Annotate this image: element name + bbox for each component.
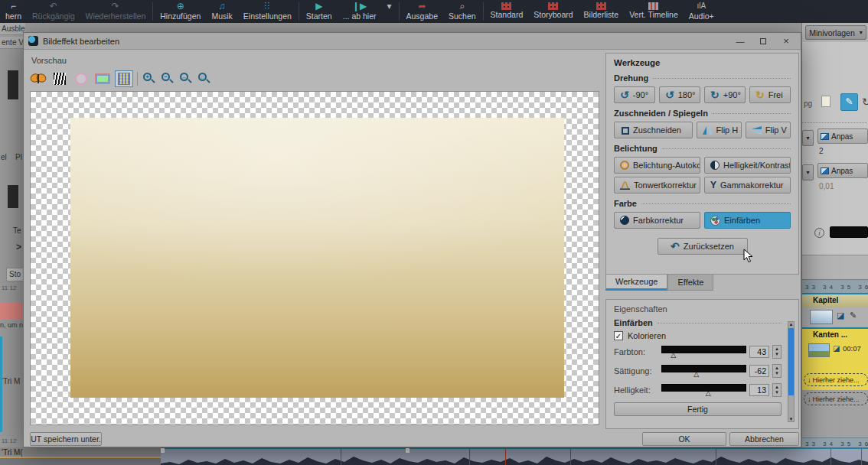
toolbar-item-vert-timeline[interactable]: Vert. Timeline	[624, 0, 684, 20]
preview-grid-button[interactable]	[116, 71, 132, 86]
page-icon[interactable]	[821, 96, 830, 107]
timeline-ruler[interactable]: 33 34 35 36 37	[802, 279, 868, 293]
kolorieren-checkbox[interactable]: ✓	[614, 331, 623, 340]
toolbar-item-storyboard[interactable]: Storyboard	[528, 0, 578, 20]
audio-waveform-track[interactable]	[161, 447, 868, 465]
tab-werkzeuge[interactable]: Werkzeuge	[605, 275, 667, 291]
scroll-down-icon[interactable]: ▼	[788, 417, 794, 421]
hue-spinner[interactable]: ▲▼	[772, 345, 782, 359]
flip-h-button[interactable]: Flip H	[697, 122, 742, 138]
levels-button[interactable]: Tonwertkorrektur	[614, 177, 700, 193]
colorize-button[interactable]: Einfärben	[704, 212, 791, 229]
brightness-contrast-button[interactable]: Helligkeit/Kontrast	[704, 157, 791, 174]
bg-combo-left[interactable]: ▾	[802, 164, 814, 180]
preview-transparency-button[interactable]	[73, 71, 90, 86]
slider-thumb[interactable]: △	[706, 389, 711, 397]
hue-slider[interactable]: △	[661, 346, 746, 359]
scrollbar-thumb[interactable]	[788, 328, 794, 395]
refresh-icon[interactable]: ↻	[862, 96, 868, 108]
preview-canvas[interactable]	[30, 91, 599, 425]
gamma-button[interactable]: YGammakorrektur	[704, 177, 791, 193]
clip-thumbnail[interactable]	[808, 343, 830, 357]
toolbar-item-imagelist[interactable]: Bilderliste	[579, 0, 625, 20]
timeline-clip-red[interactable]	[0, 302, 25, 320]
value-field[interactable]: 0,01	[819, 182, 834, 190]
clip-handle[interactable]	[406, 448, 410, 453]
scroll-up-icon[interactable]: ▲	[788, 322, 794, 327]
save-lut-button[interactable]: LUT speichern unter...	[30, 432, 102, 446]
maximize-button[interactable]	[752, 34, 775, 49]
toolbar-item-standard[interactable]: Standard	[485, 0, 529, 20]
bg-panel-header[interactable]: Ausblen	[0, 23, 25, 35]
cancel-button[interactable]: Abbrechen	[729, 432, 799, 446]
toolbar-item-settings[interactable]: ⫶⫶Einstellungen	[238, 0, 297, 21]
value-field[interactable]: 2	[819, 147, 824, 155]
exposure-auto-button[interactable]: Belichtung-Autokorrektur	[614, 157, 700, 174]
toolbar-item-audio-plus[interactable]: ılAAudio+	[684, 0, 720, 21]
ok-button[interactable]: OK	[642, 432, 726, 446]
toolbar-dropdown-caret[interactable]: ▾	[382, 0, 397, 21]
anpassen-button[interactable]: Anpas	[817, 163, 868, 178]
flip-v-button[interactable]: Flip V	[746, 122, 791, 138]
bg-panel-header[interactable]: ente Vor	[0, 37, 25, 49]
image-adjust-icon[interactable]: ◪	[837, 311, 844, 320]
preview-frame-button[interactable]	[94, 71, 111, 86]
edit-pencil-icon[interactable]: ✎	[850, 311, 857, 320]
minimize-button[interactable]: —	[729, 34, 752, 49]
rotate-free-button[interactable]: ↻Frei	[749, 86, 791, 103]
playhead-handle[interactable]	[161, 448, 165, 453]
zoom-in-button[interactable]: +	[142, 72, 156, 86]
collapse-chevron[interactable]: >	[16, 242, 21, 252]
bg-slider-bar[interactable]	[830, 226, 868, 238]
rotate-minus90-button[interactable]: ↺-90°	[614, 86, 655, 103]
drop-target-pill[interactable]: ↓Hierher ziehe...	[804, 392, 868, 405]
brightness-value[interactable]: 13	[749, 384, 769, 396]
anpassen-button[interactable]: Anpas	[817, 128, 868, 144]
saturation-spinner[interactable]: ▲▼	[772, 364, 782, 378]
zoom-fit-button[interactable]: ↔	[179, 72, 193, 86]
info-icon[interactable]: i	[814, 228, 824, 238]
toolbar-item-music[interactable]: ♫Musik	[206, 0, 237, 21]
clip-thumbnail[interactable]	[810, 310, 833, 324]
chapter-track-header[interactable]: Kapitel	[802, 294, 868, 307]
toolbar-item-start[interactable]: ▶Starten	[301, 0, 338, 21]
zoom-original-button[interactable]: □	[197, 72, 211, 86]
properties-scrollbar[interactable]: ▲ ▼	[788, 321, 795, 422]
toolbar-item-undo[interactable]: ↶Rückgängig	[27, 0, 80, 21]
timeline-ruler[interactable]: 33 34 35 36 37	[802, 437, 868, 447]
effect-icon[interactable]	[8, 185, 18, 208]
dialog-titlebar[interactable]: Bildeffekt bearbeiten — ×	[24, 33, 801, 50]
brightness-slider[interactable]: △	[661, 384, 746, 397]
effect-icon[interactable]	[8, 70, 18, 99]
toolbar-item-save[interactable]: ⌐hern	[0, 0, 27, 21]
fertig-button[interactable]: Fertig	[614, 402, 782, 416]
slider-thumb[interactable]: △	[693, 370, 699, 378]
reset-button[interactable]: ↶Zurücksetzen	[658, 238, 748, 255]
crop-button[interactable]: Zuschneiden	[614, 122, 693, 138]
close-button[interactable]: ×	[775, 34, 798, 49]
kanten-track-header[interactable]: Kanten ...	[802, 329, 868, 341]
edit-pencil-button[interactable]: ✎	[840, 93, 858, 111]
hue-value[interactable]: 43	[749, 346, 769, 358]
toolbar-item-redo[interactable]: ↷Wiederherstellen	[80, 0, 151, 21]
toolbar-item-play-from-here[interactable]: ❙▶... ab hier	[338, 0, 382, 21]
toolbar-item-add[interactable]: ⊕Hinzufügen	[155, 0, 206, 21]
preview-zebra-button[interactable]	[51, 71, 68, 86]
brightness-spinner[interactable]: ▲▼	[772, 383, 782, 397]
image-adjust-icon[interactable]: ◪	[833, 344, 840, 353]
minivorlagen-button[interactable]: Minivorlagen▾	[805, 25, 866, 40]
slider-thumb[interactable]: △	[671, 351, 676, 359]
toolbar-item-output[interactable]: ➦Ausgabe	[401, 0, 443, 21]
waveform-graphic	[161, 452, 868, 465]
drop-target-pill[interactable]: ↓Hierher ziehe...	[804, 373, 868, 386]
tab-effekte[interactable]: Effekte	[667, 275, 713, 291]
zoom-out-button[interactable]: −	[161, 72, 175, 86]
preview-butterfly-button[interactable]	[30, 71, 47, 86]
color-correction-button[interactable]: Farbkorrektur	[614, 212, 700, 229]
toolbar-item-search[interactable]: ⌕Suchen	[443, 0, 481, 21]
saturation-slider[interactable]: △	[661, 365, 746, 378]
rotate-plus90-button[interactable]: ↻+90°	[704, 86, 746, 103]
rotate-180-button[interactable]: ↺180°	[659, 86, 700, 103]
saturation-value[interactable]: -62	[749, 365, 769, 377]
bg-combo-left[interactable]: ▾	[802, 130, 814, 146]
